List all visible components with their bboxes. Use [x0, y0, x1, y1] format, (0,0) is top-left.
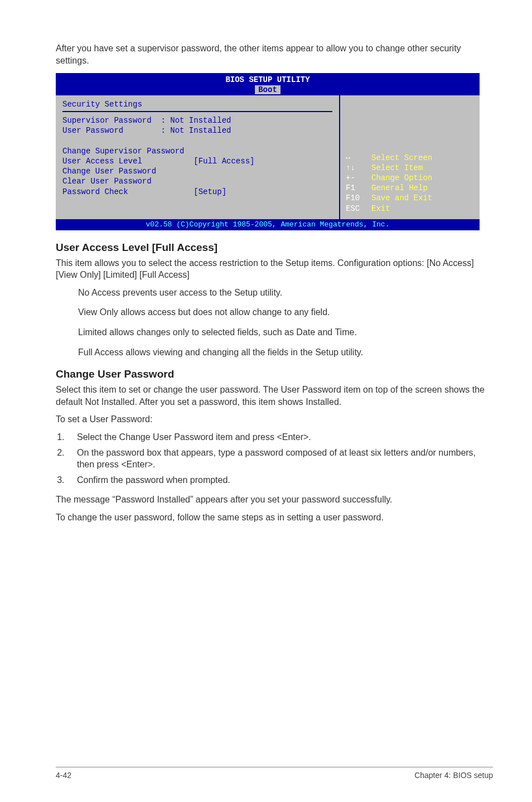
user-access-level-heading: User Access Level [Full Access]	[56, 241, 493, 254]
option-full-access: Full Access allows viewing and changing …	[78, 346, 493, 359]
help-key: +-	[346, 173, 365, 183]
step-2: On the password box that appears, type a…	[67, 447, 493, 471]
step-3: Confirm the password when prompted.	[67, 474, 493, 486]
help-key: ↔	[346, 153, 365, 163]
post-step-paragraph-1: The message “Password Installed” appears…	[56, 494, 493, 506]
change-user-password-heading: Change User Password	[56, 368, 493, 380]
bios-left-panel: Security Settings Supervisor Password : …	[56, 95, 339, 219]
bios-section-title: Security Settings	[62, 100, 332, 112]
help-key: ESC	[346, 204, 365, 214]
option-view-only: View Only allows access but does not all…	[78, 306, 493, 318]
option-limited: Limited allows changes only to selected …	[78, 326, 493, 339]
chapter-label: Chapter 4: BIOS setup	[414, 771, 493, 780]
bios-line-change-supervisor: Change Supervisor Password	[62, 146, 332, 156]
bios-line-user: User Password : Not Installed	[62, 125, 332, 136]
bios-line-supervisor: Supervisor Password : Not Installed	[62, 115, 332, 125]
help-key: ↑↓	[346, 163, 365, 173]
bios-line-clear-user-password: Clear User Password	[62, 176, 332, 186]
change-user-password-description: Select this item to set or change the us…	[56, 384, 493, 408]
intro-paragraph: After you have set a supervisor password…	[56, 42, 493, 66]
to-set-user-password: To set a User Password:	[56, 413, 493, 426]
bios-line-user-access-level: User Access Level [Full Access]	[62, 156, 332, 166]
steps-list: Select the Change User Password item and…	[56, 431, 493, 486]
page-number: 4-42	[56, 771, 71, 780]
post-step-paragraph-2: To change the user password, follow the …	[56, 511, 493, 524]
help-key: F10	[346, 193, 365, 203]
bios-tab-boot: Boot	[255, 85, 280, 94]
bios-line-blank	[62, 136, 332, 146]
help-action: General Help	[371, 183, 428, 193]
step-1: Select the Change User Password item and…	[67, 431, 493, 443]
option-no-access: No Access prevents user access to the Se…	[78, 287, 493, 299]
bios-header: BIOS SETUP UTILITY Boot	[56, 73, 480, 94]
page-footer: 4-42 Chapter 4: BIOS setup	[56, 767, 493, 780]
bios-title: BIOS SETUP UTILITY	[56, 75, 480, 84]
help-action: Select Screen	[371, 153, 432, 163]
bios-line-change-user-password: Change User Password	[62, 166, 332, 176]
bios-right-panel: ↔Select Screen ↑↓Select Item +-Change Op…	[339, 95, 480, 219]
help-action: Save and Exit	[371, 193, 432, 203]
bios-help-legend: ↔Select Screen ↑↓Select Item +-Change Op…	[346, 153, 474, 214]
help-action: Select Item	[371, 163, 423, 173]
help-key: F1	[346, 183, 365, 193]
bios-screenshot: BIOS SETUP UTILITY Boot Security Setting…	[56, 73, 480, 230]
bios-line-password-check: Password Check [Setup]	[62, 187, 332, 197]
user-access-level-description: This item allows you to select the acces…	[56, 257, 493, 281]
help-action: Exit	[371, 204, 390, 214]
bios-footer: v02.58 (C)Copyright 1985-2005, American …	[56, 219, 480, 230]
help-action: Change Option	[371, 173, 432, 183]
